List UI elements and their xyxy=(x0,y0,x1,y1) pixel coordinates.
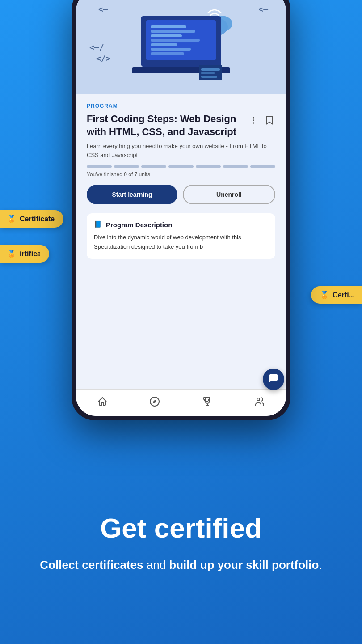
phone-shell: <— <— <—/ </> xyxy=(72,0,290,420)
course-title: First Coding Steps: Web Design with HTML… xyxy=(87,113,242,138)
phone-screen: <— <— <—/ </> xyxy=(76,0,286,416)
svg-rect-10 xyxy=(151,52,184,55)
and-text: and xyxy=(143,558,169,572)
people-icon xyxy=(254,396,265,410)
progress-seg-6 xyxy=(223,165,248,168)
svg-point-16 xyxy=(253,117,254,119)
svg-rect-6 xyxy=(151,34,182,37)
btn-row: Start learning Unenroll xyxy=(87,185,275,204)
hero-image: <— <— <—/ </> xyxy=(76,0,286,94)
progress-seg-4 xyxy=(168,165,194,168)
medal-icon-left: 🏅 xyxy=(7,215,16,223)
svg-point-18 xyxy=(253,122,254,124)
unenroll-button[interactable]: Unenroll xyxy=(183,185,275,204)
medal-icon-right: 🏅 xyxy=(320,291,329,299)
program-description-section: 📘 Program Description Dive into the dyna… xyxy=(87,213,275,259)
medal-icon-partial: 🏅 xyxy=(7,250,16,258)
progress-seg-2 xyxy=(114,165,139,168)
bookmark-icon[interactable] xyxy=(264,114,275,126)
nav-community[interactable] xyxy=(247,393,272,413)
svg-rect-8 xyxy=(151,43,177,46)
code-tag-3: <—/ xyxy=(89,42,104,52)
course-subtitle: Learn everything you need to make your o… xyxy=(87,142,275,159)
cert-badge-partial-label: irtificate xyxy=(20,250,40,258)
certificate-badge-right: 🏅 Certi... xyxy=(311,286,362,304)
get-certified-title: Get certified xyxy=(100,513,262,543)
bottom-text-section: Get certified Collect certificates and b… xyxy=(0,443,362,644)
book-icon: 📘 xyxy=(94,220,102,229)
svg-rect-9 xyxy=(151,48,191,51)
svg-marker-20 xyxy=(153,399,156,403)
svg-rect-4 xyxy=(151,25,186,28)
progress-seg-5 xyxy=(196,165,221,168)
progress-text: You've finished 0 of 7 units xyxy=(87,171,275,178)
start-learning-button[interactable]: Start learning xyxy=(87,185,177,204)
bottom-nav xyxy=(76,389,286,416)
cert-badge-left-label: Certificate xyxy=(20,215,55,223)
certificate-badge-partial-left: 🏅 irtificate xyxy=(0,245,49,263)
program-description-header: 📘 Program Description xyxy=(94,220,268,229)
laptop-svg xyxy=(123,2,239,83)
chat-fab-button[interactable] xyxy=(263,369,284,390)
title-row: First Coding Steps: Web Design with HTML… xyxy=(87,113,275,138)
program-description-text: Dive into the dynamic world of web devel… xyxy=(94,233,268,252)
program-label: PROGRAM xyxy=(87,103,275,109)
phone-wrapper: <— <— <—/ </> xyxy=(72,0,290,420)
laptop-illustration: <— <— <—/ </> xyxy=(76,0,286,94)
svg-rect-14 xyxy=(201,72,215,74)
progress-seg-7 xyxy=(250,165,275,168)
svg-rect-5 xyxy=(151,30,195,33)
explore-icon xyxy=(149,396,160,410)
title-icons xyxy=(248,114,275,126)
content-area: PROGRAM First Coding Steps: Web Design w… xyxy=(76,94,286,389)
progress-seg-1 xyxy=(87,165,112,168)
nav-home[interactable] xyxy=(90,393,115,413)
certificate-badge-left: 🏅 Certificate xyxy=(0,210,63,228)
program-description-title: Program Description xyxy=(106,221,172,229)
cert-badge-right-label: Certi... xyxy=(333,291,355,299)
svg-rect-13 xyxy=(201,68,220,71)
nav-explore[interactable] xyxy=(142,393,167,413)
build-up-text: build up your skill portfolio xyxy=(169,558,319,572)
code-tag-2: <— xyxy=(258,4,268,14)
period: . xyxy=(319,558,322,572)
collect-certificates-text: Collect certificates xyxy=(40,558,143,572)
chat-icon xyxy=(269,373,278,386)
get-certified-subtitle: Collect certificates and build up your s… xyxy=(40,556,322,574)
progress-seg-3 xyxy=(141,165,166,168)
svg-point-17 xyxy=(253,119,254,121)
more-options-icon[interactable] xyxy=(248,114,259,126)
trophy-icon xyxy=(202,396,213,410)
home-icon xyxy=(97,396,108,410)
code-tag-4: </> xyxy=(96,54,111,63)
progress-bar xyxy=(87,165,275,168)
nav-achievements[interactable] xyxy=(195,393,220,413)
svg-rect-15 xyxy=(201,76,217,78)
code-tag-1: <— xyxy=(98,4,108,14)
svg-point-21 xyxy=(257,398,260,401)
svg-rect-7 xyxy=(151,39,200,42)
